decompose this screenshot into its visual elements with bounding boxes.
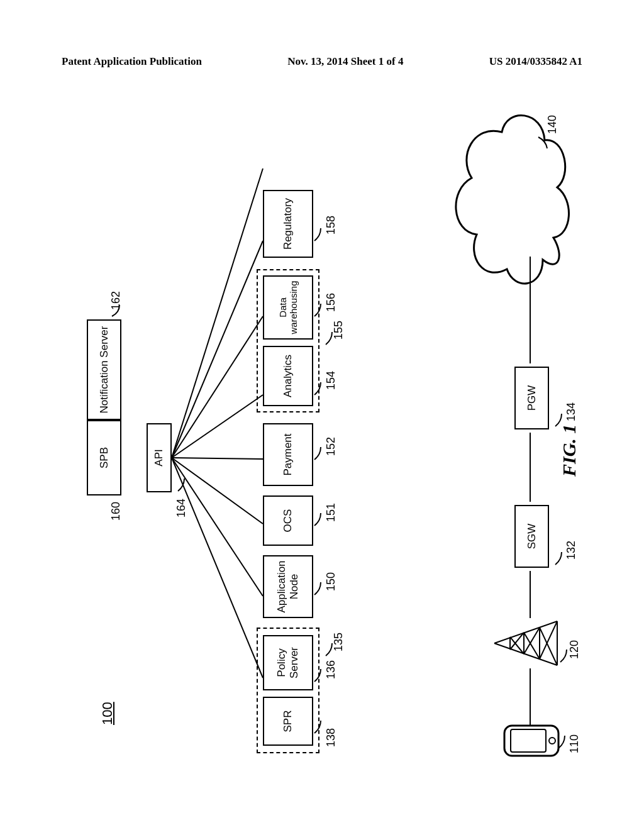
- policy-server-ref: 136: [325, 660, 338, 679]
- spb-box: SPB: [87, 420, 121, 495]
- figure-area: SPB 160 Notification Server 162 API 164 …: [62, 101, 582, 772]
- sgw-label: SGW: [526, 524, 538, 550]
- pgw-box: PGW: [514, 367, 549, 429]
- api-ref: 164: [175, 499, 188, 517]
- svg-line-3: [172, 458, 263, 459]
- application-node-label: Application Node: [275, 559, 300, 614]
- svg-line-6: [172, 241, 263, 458]
- data-warehousing-box: Data warehousing: [263, 275, 313, 340]
- analytics-box: Analytics: [263, 346, 313, 406]
- regulatory-box: Regulatory: [263, 190, 313, 258]
- system-ref: 100: [99, 702, 116, 725]
- mobile-device-ref: 110: [568, 734, 581, 753]
- svg-line-1: [172, 458, 263, 596]
- notification-server-ref: 162: [109, 291, 123, 310]
- svg-rect-12: [504, 726, 558, 756]
- svg-line-16: [494, 621, 557, 643]
- header-center: Nov. 13, 2014 Sheet 1 of 4: [287, 55, 403, 68]
- notification-server-label: Notification Server: [98, 326, 111, 414]
- mobile-device-icon: [502, 722, 562, 760]
- svg-line-15: [494, 643, 557, 665]
- payment-box: Payment: [263, 423, 313, 486]
- analytics-ref: 154: [325, 371, 338, 390]
- data-warehousing-ref: 156: [325, 293, 338, 312]
- ocs-box: OCS: [263, 495, 313, 546]
- pgw-ref: 134: [565, 402, 578, 421]
- figure-caption: FIG. 1: [558, 424, 580, 477]
- svg-line-7: [172, 169, 263, 458]
- cell-tower-icon: [489, 615, 562, 672]
- header-right: US 2014/0335842 A1: [489, 55, 582, 68]
- analytics-label: Analytics: [282, 355, 294, 397]
- cloud-ref: 140: [546, 115, 559, 134]
- regulatory-ref: 158: [325, 216, 338, 235]
- svg-line-5: [172, 316, 263, 458]
- spr-ref: 138: [325, 728, 338, 747]
- svg-point-14: [549, 738, 555, 744]
- sgw-ref: 132: [565, 541, 578, 560]
- svg-rect-13: [511, 729, 546, 752]
- api-label: API: [153, 449, 165, 466]
- pgw-label: PGW: [526, 385, 538, 411]
- data-warehousing-label: Data warehousing: [277, 279, 299, 336]
- spr-label: SPR: [282, 711, 294, 733]
- header-left: Patent Application Publication: [62, 55, 202, 68]
- spb-label: SPB: [98, 447, 111, 468]
- svg-line-4: [172, 395, 263, 458]
- policy-server-box: Policy Server: [263, 635, 313, 690]
- analytics-group-ref: 155: [332, 321, 345, 340]
- ocs-label: OCS: [282, 509, 294, 533]
- payment-ref: 152: [325, 437, 338, 456]
- spr-box: SPR: [263, 697, 313, 746]
- regulatory-label: Regulatory: [282, 198, 294, 250]
- application-node-box: Application Node: [263, 555, 313, 618]
- diagram-canvas: SPB 160 Notification Server 162 API 164 …: [62, 101, 582, 772]
- ocs-ref: 151: [325, 503, 338, 522]
- cloud-icon: [439, 109, 574, 294]
- payment-label: Payment: [282, 433, 294, 475]
- notification-server-box: Notification Server: [87, 319, 121, 420]
- policy-group-ref: 135: [332, 633, 345, 651]
- sgw-box: SGW: [514, 505, 549, 568]
- cell-tower-ref: 120: [568, 640, 581, 659]
- svg-line-0: [172, 458, 263, 678]
- page-header: Patent Application Publication Nov. 13, …: [62, 55, 582, 68]
- application-node-ref: 150: [325, 572, 338, 591]
- policy-server-label: Policy Server: [275, 639, 300, 687]
- api-box: API: [147, 423, 172, 492]
- spb-ref: 160: [109, 502, 123, 521]
